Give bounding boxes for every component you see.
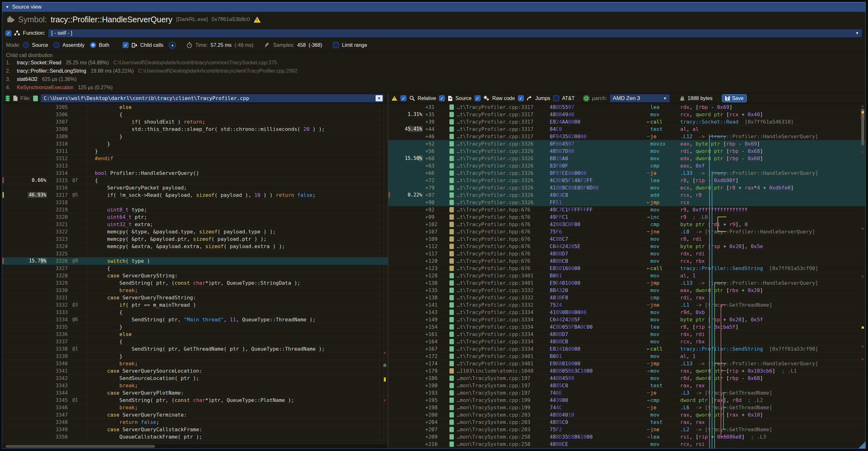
asm-location[interactable]: …t\TracyProfiler.cpp:3317 (457, 133, 550, 140)
asm-mnemonic[interactable]: mov (650, 207, 680, 213)
asm-mnemonic[interactable]: mov (650, 185, 680, 191)
asm-mnemonic[interactable]: mov (650, 148, 680, 154)
asm-location[interactable]: …t\TracyProfiler.cpp:3317 (457, 104, 550, 110)
ccd-row[interactable]: 2.tracy::Profiler::SendLongString19.88 m… (6, 68, 862, 77)
asm-mnemonic[interactable]: jne (650, 229, 680, 235)
source-line[interactable]: 3347 case ServerQueryTerminate: (2, 411, 388, 419)
asm-row[interactable]: +164…t\TracyProfiler.cpp:3334488BCBmovrc… (388, 338, 865, 345)
asm-row[interactable]: +161…t\TracyProfiler.cpp:3334488BD7movrd… (388, 331, 865, 338)
asm-location[interactable]: …mon\TracySystem.cpp:258 (457, 441, 550, 447)
asm-location[interactable]: …mon\TracySystem.cpp:197 (457, 375, 550, 381)
asm-location[interactable]: …t\TracyProfiler.hpp:676 (457, 236, 550, 242)
source-line[interactable]: 3313 (2, 162, 388, 170)
source-line[interactable]: 3316 ServerQueryPacket payload; (2, 184, 388, 191)
asm-mnemonic[interactable]: mov (650, 441, 680, 447)
source-line[interactable]: 46.93%3317@5 if( !m_sock->Read( &payload… (2, 191, 388, 199)
asm-location[interactable]: …t\TracyProfiler.cpp:3326 (457, 155, 550, 161)
asm-location[interactable]: …mon\TracySystem.cpp:258 (457, 434, 550, 440)
asm-row[interactable]: 15.50%+60…t\TracyProfiler.cpp:33268B55A0… (388, 155, 865, 162)
asm-mnemonic[interactable]: lea (650, 104, 680, 110)
asm-location[interactable]: …t\TracyProfiler.hpp:676 (457, 251, 550, 257)
source-line[interactable]: 3308 std::this_thread::sleep_for( std::c… (2, 125, 388, 133)
mode-radio-label[interactable]: Both (99, 42, 110, 48)
asm-location[interactable]: …mon\TracySystem.cpp:203 (457, 412, 550, 418)
scroll-up-button[interactable]: ▲ (169, 41, 176, 49)
asm-mnemonic[interactable]: mov (650, 273, 680, 279)
source-line[interactable]: 3320 uint64_t ptr; (2, 213, 388, 221)
ccd-row[interactable]: 4.KeSynchronizeExecution125 µs (0.27%) (6, 85, 862, 93)
asm-location[interactable]: …mon\TracySystem.cpp:197 (457, 390, 550, 396)
source-line[interactable]: 3306 { (2, 111, 388, 118)
option-label[interactable]: Jumps (535, 95, 550, 101)
asm-row[interactable]: +186…mon\TracySystem.cpp:197448B4598movr… (388, 374, 865, 382)
asm-mnemonic[interactable]: mov (650, 155, 680, 161)
asm-mnemonic[interactable]: mov (650, 338, 680, 344)
asm-row[interactable]: +117…t\TracyProfiler.hpp:676488BD7movrdx… (388, 250, 865, 257)
asm-row[interactable]: +72…t\TracyProfiler.cpp:33264C8D05F146F2… (388, 177, 865, 184)
source-line[interactable]: 3341 case ServerQuerySourceLocation: (2, 367, 388, 374)
source-line[interactable]: 3331 case ServerQueryThreadString: (2, 294, 388, 301)
asm-row[interactable]: +66…t\TracyProfiler.cpp:33260F87CE060000… (388, 170, 865, 177)
assembly-scrollbar[interactable] (861, 103, 865, 447)
source-line[interactable]: 3335 } (2, 323, 388, 331)
source-line[interactable]: 3318 (2, 199, 388, 206)
asm-row[interactable]: +141…t\TracyProfiler.cpp:33327524─jne.L1… (388, 301, 865, 309)
function-select[interactable]: [ - self - ] ▼ (48, 29, 862, 38)
source-line[interactable]: 3327 { (2, 265, 388, 272)
asm-location[interactable]: …t\TracyProfiler.cpp:3317 (457, 126, 550, 132)
asm-mnemonic[interactable]: call (650, 346, 680, 352)
source-line[interactable]: 3342 SendSourceLocation( ptr ); (2, 374, 388, 382)
asm-location[interactable]: …t\TracyProfiler.cpp:3317 (457, 112, 550, 118)
asm-location[interactable]: …t\TracyProfiler.cpp:3334 (457, 309, 550, 315)
asm-row[interactable]: +149…t\TracyProfiler.cpp:3334C64424205Fm… (388, 316, 865, 323)
source-line[interactable]: 3330 break; (2, 287, 388, 294)
save-button[interactable]: Save (722, 94, 746, 102)
ccd-row[interactable]: 3.stat64i32625 µs (1.36%) (6, 77, 862, 85)
asm-mnemonic[interactable]: lea (650, 177, 680, 183)
asm-mnemonic[interactable]: movzx (650, 141, 680, 147)
asm-row[interactable]: +138…t\TracyProfiler.cpp:3332483BF8cmprd… (388, 294, 865, 301)
asm-location[interactable]: …mon\TracySystem.cpp:199 (457, 404, 550, 411)
asm-location[interactable]: …t\TracyProfiler.hpp:676 (457, 229, 550, 235)
option-label[interactable]: Raw code (492, 95, 515, 101)
source-line[interactable]: 3348 return false; (2, 419, 388, 426)
asm-location[interactable]: …t\TracyProfiler.cpp:3326 (457, 177, 550, 183)
asm-row[interactable]: +209…mon\TracySystem.cpp:258488D35E88610… (388, 433, 865, 441)
file-select[interactable]: C:\Users\wolf\Desktop\darkrl\contrib\tra… (40, 94, 384, 102)
asm-row[interactable]: +198…mon\TracySystem.cpp:199744C─je.L6 -… (388, 404, 865, 411)
asm-mnemonic[interactable]: test (650, 419, 680, 425)
asm-row[interactable]: 45.41%+44…t\TracyProfiler.cpp:331784C0te… (388, 125, 865, 133)
option-label[interactable]: AT&T (562, 95, 575, 101)
source-line[interactable]: 3336 else (2, 331, 388, 338)
asm-location[interactable]: …t\TracyProfiler.hpp:676 (457, 265, 550, 271)
source-line[interactable]: 3311} (2, 147, 388, 155)
source-line[interactable]: 3321 uint32_t extra; (2, 221, 388, 228)
asm-location[interactable]: …t\TracyProfiler.cpp:3401 (457, 361, 550, 367)
asm-mnemonic[interactable]: mov (650, 375, 680, 381)
source-line[interactable]: 3312#endif (2, 155, 388, 162)
uarch-select[interactable]: AMD Zen 3 ▼ (610, 94, 670, 102)
resize-grip[interactable] (859, 442, 865, 448)
asm-row[interactable]: +179…1103\include\atomic:1048488B05B63C1… (388, 367, 865, 374)
asm-row[interactable]: +79…t\TracyProfiler.cpp:3326418B8C80E0BF… (388, 184, 865, 191)
at-t-checkbox[interactable] (553, 95, 559, 101)
asm-location[interactable]: …1103\include\atomic:1048 (457, 368, 550, 374)
asm-location[interactable]: …t\TracyProfiler.hpp:676 (457, 214, 550, 220)
asm-row[interactable]: +112…t\TracyProfiler.hpp:676C64424205Emo… (388, 243, 865, 250)
asm-mnemonic[interactable]: je (650, 404, 680, 411)
asm-location[interactable]: …t\TracyProfiler.cpp:3326 (457, 148, 550, 154)
asm-row[interactable]: +174…t\TracyProfiler.cpp:3401E9B8010000─… (388, 360, 865, 367)
source-line[interactable]: 3322 memcpy( &type, &payload.type, sizeo… (2, 228, 388, 235)
mode-radio-source[interactable] (23, 42, 29, 48)
option-label[interactable]: Relative (417, 95, 436, 101)
asm-mnemonic[interactable]: mov (650, 251, 680, 257)
asm-location[interactable]: …mon\TracySystem.cpp:203 (457, 419, 550, 425)
asm-row[interactable]: +167…t\TracyProfiler.cpp:3334E824160000←… (388, 345, 865, 353)
asm-location[interactable]: …t\TracyProfiler.cpp:3317 (457, 119, 550, 125)
asm-mnemonic[interactable]: jne (650, 302, 680, 308)
source-line[interactable]: 3334@6 SendString( ptr, "Main thread", 1… (2, 316, 388, 323)
source-line[interactable]: 3339 } (2, 353, 388, 360)
source-line[interactable]: 3346 break; (2, 404, 388, 411)
asm-mnemonic[interactable]: call (650, 119, 680, 125)
asm-mnemonic[interactable]: je (650, 133, 680, 140)
